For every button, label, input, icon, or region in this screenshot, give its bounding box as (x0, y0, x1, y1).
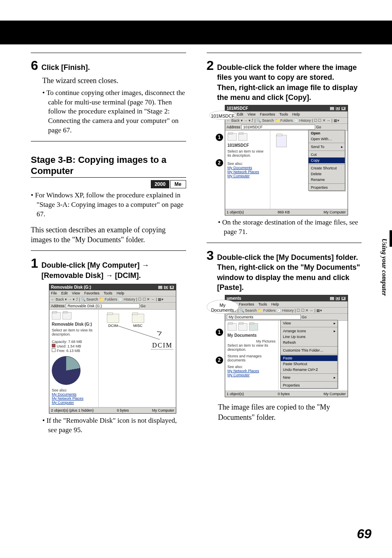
address-field[interactable]: Removable Disk (G:) (66, 303, 140, 308)
used-label: Used: (57, 344, 67, 348)
link[interactable]: My Computer (52, 401, 96, 405)
min-icon[interactable]: _ (158, 285, 163, 289)
top-black-band (0, 21, 392, 44)
menu-item[interactable]: Edit (61, 291, 68, 295)
menu-item[interactable]: View (72, 291, 80, 295)
step-6-body: The wizard screen closes. To continue co… (42, 76, 186, 135)
right-column: 2 Double-click the folder where the imag… (207, 53, 362, 441)
link[interactable]: My Network Places (228, 170, 267, 174)
ctx-item[interactable]: Send To (309, 144, 345, 150)
ctx-item[interactable]: Create Shortcut (309, 165, 345, 171)
menu-item[interactable]: Favorites (239, 302, 254, 306)
os-badges: 2000Me (31, 180, 186, 188)
free-value: 6.13 MB (67, 349, 81, 353)
close-icon[interactable]: ✕ (341, 107, 346, 111)
status-mid: 0 bytes (117, 408, 129, 412)
ctx-item[interactable]: Delete (309, 171, 345, 177)
max-icon[interactable]: ☐ (164, 285, 168, 289)
folder-misc[interactable]: MISC (132, 314, 144, 328)
step-2-after-bullets: On the storage destination of the image … (218, 218, 362, 237)
link[interactable]: My Computer (228, 174, 267, 178)
ctx-item-copy[interactable]: Copy (309, 157, 345, 163)
side-panel: 101MSDCF Select an item to view its desc… (225, 131, 270, 209)
menu-item[interactable]: Favorites (260, 112, 275, 116)
explorer-window: Removable Disk (G:) _☐✕ File Edit View F… (49, 284, 176, 414)
ctx-item[interactable]: New (281, 375, 337, 380)
folder-icon (132, 314, 144, 323)
status-mid: 869 KB (278, 210, 290, 214)
menu-item[interactable]: Edit (237, 112, 244, 116)
file-pane[interactable]: View Arrange Icons Line Up Icons Refresh… (279, 321, 348, 391)
callout-2: 2 (216, 357, 223, 364)
link[interactable]: My Network Places (52, 396, 96, 401)
close-icon[interactable]: ✕ (169, 285, 174, 289)
menu-item[interactable]: Tools (258, 302, 267, 306)
toolbar-content[interactable]: → ▾ ⤴ | 🔍 Search 📁 Folders 🕘 History | ☐… (227, 308, 323, 313)
address-field[interactable]: 101MSDCF (241, 125, 315, 130)
max-icon[interactable]: ☐ (335, 296, 340, 301)
menu-item[interactable]: Help (271, 302, 279, 306)
ctx-item[interactable]: Open (309, 130, 345, 136)
stage-underline (31, 177, 186, 178)
titlebar: uments _☐✕ (225, 295, 348, 301)
ctx-item[interactable]: Paste Shortcut (281, 361, 337, 367)
menu-item[interactable]: Help (117, 291, 125, 295)
menu-item[interactable]: File (51, 291, 57, 295)
used-value: 1.54 MB (67, 344, 81, 348)
file-pane[interactable]: Open Open With… Send To Cut Copy Create … (270, 131, 348, 209)
menu-item[interactable]: View (248, 112, 256, 116)
ctx-item[interactable]: Refresh (281, 340, 337, 345)
menu-item[interactable]: Tools (279, 112, 288, 116)
ctx-item[interactable]: Customize This Folder… (281, 347, 337, 353)
link[interactable]: My Network Places (228, 369, 276, 373)
ctx-item[interactable]: Open With… (309, 136, 345, 142)
step-2-heading: 2 Double-click the folder where the imag… (207, 59, 362, 102)
close-icon[interactable]: ✕ (341, 296, 346, 301)
file-pane[interactable]: DCIM MISC DCIM (99, 310, 176, 407)
ctx-item[interactable]: Rename (309, 177, 345, 183)
status-left: 2 object(s) (plus 1 hidden) (51, 408, 94, 412)
ctx-item[interactable]: Cut (309, 152, 345, 157)
page-number: 69 (357, 526, 371, 542)
pill-folder-label: My Documents (207, 300, 239, 314)
ctx-item[interactable]: Line Up Icons (281, 334, 337, 340)
callout-1: 1 (216, 329, 223, 336)
toolbar: ← Back ▾ → ▾ ⤴ | 🔍 Search 📁 Folders 🕘 Hi… (225, 118, 348, 124)
link[interactable]: My Computer (228, 373, 276, 377)
menu-item[interactable]: Help (292, 112, 300, 116)
side-title: 101MSDCF (228, 143, 267, 148)
link[interactable]: My Documents (228, 166, 267, 170)
min-icon[interactable]: _ (330, 107, 334, 111)
ctx-item[interactable]: Arrange Icons (281, 328, 337, 334)
rule (31, 53, 186, 53)
ctx-item-paste[interactable]: Paste (281, 355, 337, 361)
image-file[interactable] (276, 135, 287, 148)
toolbar-content[interactable]: ← Back ▾ → ▾ ⤴ | 🔍 Search 📁 Folders 🕘 Hi… (51, 297, 164, 301)
ctx-item[interactable]: View (281, 320, 337, 326)
address-field[interactable]: My Documents (227, 315, 301, 320)
ctx-item[interactable]: Properties (281, 382, 337, 388)
status-left: 1 object(s) (227, 392, 244, 396)
link[interactable]: My Documents (52, 392, 96, 396)
go-button[interactable]: Go (302, 315, 307, 319)
menu-item[interactable]: Favorites (84, 291, 99, 295)
address-label: Address (51, 304, 65, 308)
ctx-item[interactable]: Properties (309, 185, 345, 190)
max-icon[interactable]: ☐ (335, 107, 340, 111)
pill-folder-label: 101MSDCF (209, 111, 236, 120)
go-button[interactable]: Go (141, 304, 145, 308)
menu-item[interactable]: Tools (104, 291, 112, 295)
side-sub: My Pictures (228, 339, 276, 343)
ctx-item[interactable]: Undo Rename Ctrl+Z (281, 367, 337, 373)
menubar: View Favorites Tools Help (225, 301, 348, 308)
side-desc: Select an item to view its description. (228, 149, 267, 157)
window-title: 101MSDCF (227, 106, 248, 111)
context-menu[interactable]: Open Open With… Send To Cut Copy Create … (308, 130, 345, 191)
go-button[interactable]: Go (316, 125, 321, 129)
client-area: 101MSDCF Select an item to view its desc… (225, 131, 348, 209)
context-menu[interactable]: View Arrange Icons Line Up Icons Refresh… (280, 320, 338, 389)
toolbar-content[interactable]: ← Back ▾ → ▾ ⤴ | 🔍 Search 📁 Folders 🕘 Hi… (227, 118, 339, 123)
rule (207, 53, 362, 53)
min-icon[interactable]: _ (330, 296, 334, 301)
status-right: My Computer (323, 392, 346, 396)
